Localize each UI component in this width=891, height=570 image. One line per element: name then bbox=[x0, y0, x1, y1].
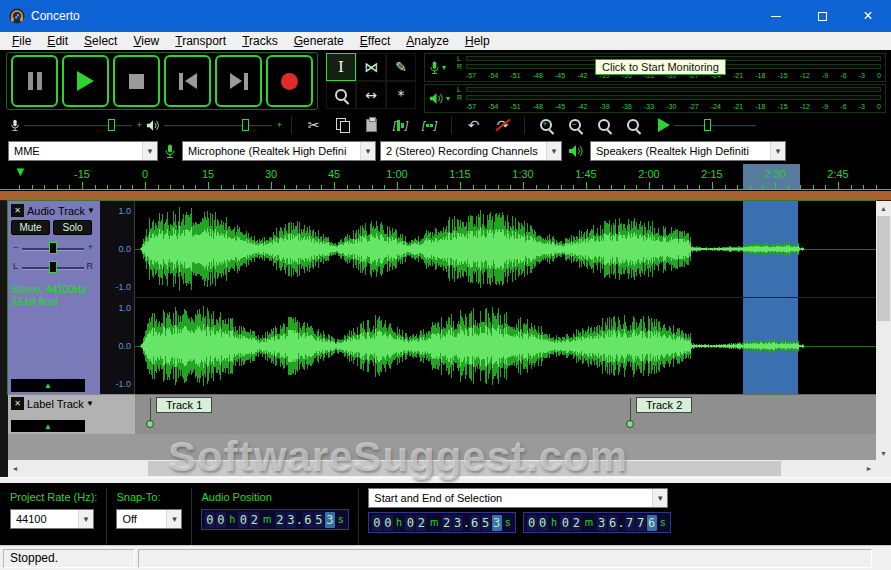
skip-to-end-button[interactable] bbox=[215, 55, 262, 107]
menu-item-generate[interactable]: Generate bbox=[286, 34, 352, 48]
collapse-track-button[interactable]: ▲ bbox=[11, 379, 85, 392]
time-digit[interactable]: 3 bbox=[453, 515, 463, 531]
time-digit[interactable]: 6 bbox=[303, 512, 313, 528]
monitoring-tooltip[interactable]: Click to Start Monitoring bbox=[595, 59, 726, 75]
time-digit[interactable]: 0 bbox=[216, 512, 226, 528]
undo-button[interactable]: ↶ bbox=[461, 114, 486, 136]
play-speed-slider[interactable] bbox=[674, 118, 766, 133]
time-digit[interactable]: 0 bbox=[527, 515, 537, 531]
pause-button[interactable] bbox=[11, 55, 58, 107]
playback-volume-thumb[interactable] bbox=[242, 119, 249, 131]
skip-to-start-button[interactable] bbox=[164, 55, 211, 107]
label-text[interactable]: Track 2 bbox=[636, 397, 692, 413]
meter-dropdown-icon[interactable]: ▾ bbox=[442, 63, 446, 72]
scroll-up-icon[interactable]: ▲ bbox=[876, 201, 891, 215]
playback-device-dropdown[interactable]: Speakers (Realtek High Definiti▾ bbox=[590, 141, 786, 161]
paste-button[interactable] bbox=[359, 114, 384, 136]
project-rate-dropdown[interactable]: 44100▾ bbox=[10, 509, 94, 529]
zoom-in-button[interactable]: + bbox=[534, 114, 559, 136]
pan-slider[interactable]: L R bbox=[13, 259, 93, 276]
play-button[interactable] bbox=[62, 55, 109, 107]
meter-dropdown-icon[interactable]: ▾ bbox=[446, 94, 450, 103]
vertical-scroll-thumb[interactable] bbox=[877, 216, 890, 321]
menu-item-transport[interactable]: Transport bbox=[167, 34, 234, 48]
time-digit[interactable]: 5 bbox=[481, 515, 491, 531]
snap-to-dropdown[interactable]: Off▾ bbox=[116, 509, 182, 529]
recording-device-dropdown[interactable]: Microphone (Realtek High Defini▾ bbox=[182, 141, 376, 161]
audio-host-dropdown[interactable]: MME▾ bbox=[8, 141, 158, 161]
envelope-tool-button[interactable]: ⋈ bbox=[356, 53, 386, 81]
label-track-title[interactable]: Label Track▼ bbox=[27, 398, 94, 410]
label-handle-icon[interactable] bbox=[626, 420, 634, 428]
playhead-icon[interactable]: ▼ bbox=[14, 165, 27, 178]
label-flag[interactable]: Track 1 bbox=[150, 397, 151, 431]
play-speed-thumb[interactable] bbox=[704, 119, 711, 131]
label-flag[interactable]: Track 2 bbox=[630, 397, 631, 431]
waveform-area[interactable] bbox=[135, 201, 876, 394]
time-digit[interactable]: 3 bbox=[325, 512, 335, 528]
time-digit[interactable]: 2 bbox=[416, 515, 426, 531]
timeline-ruler[interactable]: ▼ -1501530451:001:151:301:452:002:152:30… bbox=[0, 164, 891, 190]
time-digit[interactable]: 7 bbox=[625, 515, 635, 531]
time-digit[interactable]: . bbox=[464, 515, 469, 531]
copy-button[interactable] bbox=[330, 114, 355, 136]
time-digit[interactable]: 0 bbox=[538, 515, 548, 531]
time-digit[interactable]: . bbox=[619, 515, 624, 531]
zoom-out-button[interactable]: − bbox=[563, 114, 588, 136]
time-digit[interactable]: 0 bbox=[238, 512, 248, 528]
menu-item-effect[interactable]: Effect bbox=[352, 34, 398, 48]
draw-tool-button[interactable]: ✎ bbox=[386, 53, 416, 81]
stop-button[interactable] bbox=[113, 55, 160, 107]
time-digit[interactable]: 2 bbox=[571, 515, 581, 531]
recording-volume-thumb[interactable] bbox=[108, 119, 115, 131]
playback-meter[interactable]: ▾ L R -57-54-51-48-45-42-39-36-33-30-27-… bbox=[424, 84, 886, 113]
maximize-button[interactable] bbox=[799, 0, 845, 32]
time-digit[interactable]: 2 bbox=[275, 512, 285, 528]
close-label-track-button[interactable]: ✕ bbox=[11, 397, 24, 410]
scroll-down-icon[interactable]: ▼ bbox=[876, 446, 891, 460]
selection-start-display[interactable]: 00h02m23.653s bbox=[368, 512, 516, 533]
selection-end-display[interactable]: 00h02m36.776s bbox=[523, 512, 671, 533]
time-digit[interactable]: 2 bbox=[249, 512, 259, 528]
menu-item-help[interactable]: Help bbox=[457, 34, 498, 48]
recording-channels-dropdown[interactable]: 2 (Stereo) Recording Channels▾ bbox=[380, 141, 562, 161]
recording-meter[interactable]: ▾ L R -57-54-51-48-45-42-39-36-33-30-27-… bbox=[424, 53, 886, 82]
label-track-area[interactable]: Track 1 Track 2 bbox=[135, 394, 876, 434]
minimize-button[interactable] bbox=[753, 0, 799, 32]
label-handle-icon[interactable] bbox=[146, 420, 154, 428]
menu-item-edit[interactable]: Edit bbox=[39, 34, 76, 48]
collapse-label-track-button[interactable]: ▲ bbox=[11, 420, 85, 432]
close-button[interactable]: × bbox=[845, 0, 891, 32]
time-digit[interactable]: 2 bbox=[442, 515, 452, 531]
time-digit[interactable]: 0 bbox=[405, 515, 415, 531]
close-track-button[interactable]: ✕ bbox=[11, 204, 24, 217]
audio-position-display[interactable]: 00h02m23.653s bbox=[201, 509, 349, 530]
menu-item-tracks[interactable]: Tracks bbox=[234, 34, 286, 48]
silence-audio-button[interactable]: [] bbox=[417, 114, 442, 136]
selection-mode-dropdown[interactable]: Start and End of Selection▾ bbox=[368, 488, 668, 508]
solo-button[interactable]: Solo bbox=[53, 220, 92, 235]
zoom-selection-button[interactable] bbox=[592, 114, 617, 136]
mute-button[interactable]: Mute bbox=[11, 220, 50, 235]
label-text[interactable]: Track 1 bbox=[156, 397, 212, 413]
time-digit[interactable]: 3 bbox=[286, 512, 296, 528]
menu-item-select[interactable]: Select bbox=[76, 34, 125, 48]
zoom-tool-button[interactable] bbox=[326, 81, 356, 109]
play-at-speed-icon[interactable] bbox=[658, 118, 670, 132]
vertical-ruler[interactable]: 1.0 0.0 -1.0 1.0 0.0 -1.0 bbox=[100, 201, 135, 394]
menu-item-view[interactable]: View bbox=[125, 34, 167, 48]
menu-item-file[interactable]: File bbox=[4, 34, 39, 48]
time-digit[interactable]: 0 bbox=[383, 515, 393, 531]
selection-tool-button[interactable]: I bbox=[326, 53, 356, 81]
time-digit[interactable]: 0 bbox=[560, 515, 570, 531]
multi-tool-button[interactable]: * bbox=[386, 81, 416, 109]
vertical-scrollbar[interactable]: ▲ ▼ bbox=[876, 201, 891, 460]
playback-volume-slider[interactable]: + bbox=[164, 118, 282, 133]
scrub-bar[interactable] bbox=[0, 190, 891, 201]
redo-button[interactable]: ↷ bbox=[490, 114, 515, 136]
recording-volume-slider[interactable]: + bbox=[24, 118, 142, 133]
record-button[interactable] bbox=[266, 55, 313, 107]
scroll-left-icon[interactable]: ◄ bbox=[8, 460, 22, 477]
scroll-right-icon[interactable]: ► bbox=[862, 460, 876, 477]
time-digit[interactable]: 5 bbox=[314, 512, 324, 528]
